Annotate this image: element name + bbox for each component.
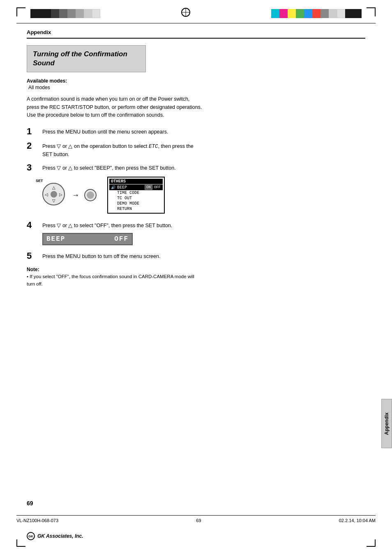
step-5: 5 Press the MENU button to turn off the … <box>27 251 365 261</box>
left-color-strip <box>30 9 100 18</box>
bottom-info: VL-NZ100H-068-073 69 02.2.14, 10:04 AM <box>0 516 392 525</box>
logo-text: GK Associates, Inc. <box>37 533 83 539</box>
note-text: • If you select "OFF", the focus confirm… <box>27 273 203 288</box>
menu-row-demomode: DEMO MODE <box>109 201 163 206</box>
menu-header: OTHERS <box>109 179 163 184</box>
menu-row-tcout: TC OUT <box>109 196 163 201</box>
menu-row-beep: 🔊 BEEP ON OFF <box>109 184 163 190</box>
step-4-text: Press ▽ or △ to select "OFF", then press… <box>42 220 172 230</box>
control-ring: △ ▽ ◁ ▷ SET <box>42 183 67 207</box>
arrow-pointer: → <box>72 191 79 200</box>
menu-diagram: △ ▽ ◁ ▷ SET → → OTHERS <box>42 177 365 214</box>
section-header: Appendix <box>27 29 365 35</box>
step-1: 1 Press the MENU button until the menu s… <box>27 127 365 136</box>
center-reg-mark <box>180 7 191 18</box>
step-5-text: Press the MENU button to turn off the me… <box>42 251 160 260</box>
menu-row-timecode: TIME CODE <box>109 190 163 196</box>
bottom-logo-area: GK GK Associates, Inc. <box>27 532 83 540</box>
available-modes-label: Available modes: <box>27 78 365 84</box>
step-3: 3 Press ▽ or △ to select "BEEP", then pr… <box>27 163 365 173</box>
step-5-number: 5 <box>27 251 42 261</box>
step-3-text: Press ▽ or △ to select "BEEP", then pres… <box>42 163 176 172</box>
step-3-number: 3 <box>27 163 42 173</box>
available-modes-value: All modes <box>27 85 365 90</box>
right-color-strip <box>271 9 362 18</box>
step-1-number: 1 <box>27 127 42 136</box>
note-section: Note: • If you select "OFF", the focus c… <box>27 267 365 288</box>
step-4: 4 Press ▽ or △ to select "OFF", then pre… <box>27 220 365 230</box>
off-label: OFF <box>114 235 129 243</box>
appendix-tab: Appendix <box>381 399 392 448</box>
step-1-text: Press the MENU button until the menu scr… <box>42 127 168 136</box>
beep-label: BEEP <box>46 235 114 243</box>
menu-row-return: RETURN <box>109 206 163 212</box>
page-title: Turning off the Confirmation Sound <box>33 50 140 68</box>
title-box: Turning off the Confirmation Sound <box>27 45 146 72</box>
menu-box: OTHERS 🔊 BEEP ON OFF TIME CODE TC <box>107 177 165 214</box>
beep-off-bar: BEEP OFF <box>42 233 133 245</box>
note-label: Note: <box>27 267 365 272</box>
steps-container: 1 Press the MENU button until the menu s… <box>27 127 365 261</box>
section-divider <box>27 38 365 39</box>
description-text: A confirmation sound is made when you tu… <box>27 95 203 119</box>
bottom-center-text: 69 <box>196 518 201 523</box>
logo-circle: GK <box>27 532 35 540</box>
step-4-number: 4 <box>27 220 42 230</box>
bottom-left-text: VL-NZ100H-068-073 <box>16 518 58 523</box>
step-2-text: Press ▽ or △ on the operation button to … <box>42 141 203 159</box>
bottom-right-text: 02.2.14, 10:04 AM <box>339 518 376 523</box>
page-number: 69 <box>27 500 33 507</box>
appendix-tab-label: Appendix <box>384 412 390 435</box>
set-label: SET <box>36 179 43 183</box>
step-2-number: 2 <box>27 141 42 151</box>
step-2: 2 Press ▽ or △ on the operation button t… <box>27 141 365 159</box>
set-button-circle <box>84 189 97 201</box>
